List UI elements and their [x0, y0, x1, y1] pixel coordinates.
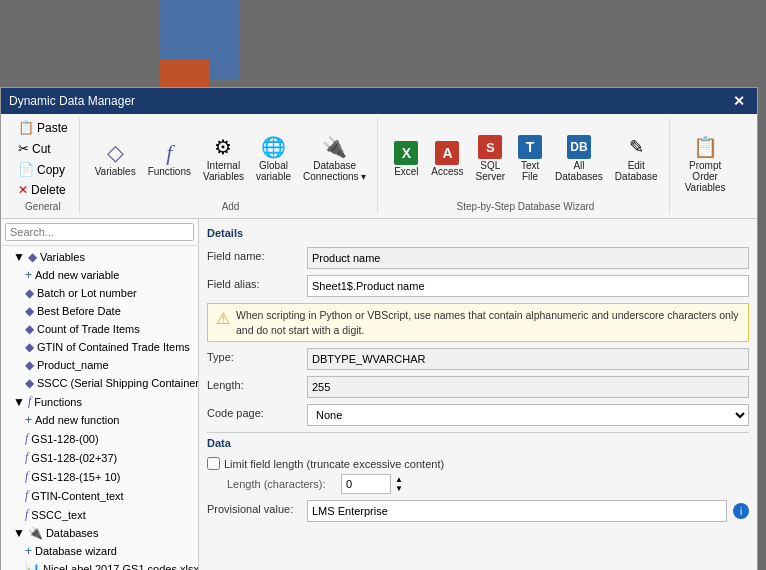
func-icon-3: f — [25, 469, 28, 484]
left-panel: ▼ ◆ Variables + Add new variable ◆ Batch… — [1, 219, 199, 570]
tree-batch-lot[interactable]: ◆ Batch or Lot number — [1, 284, 198, 302]
tree-gtin-contained[interactable]: ◆ GTIN of Contained Trade Items — [1, 338, 198, 356]
databases-expand-icon: ▼ — [13, 526, 25, 540]
functions-expand-icon: ▼ — [13, 395, 25, 409]
ribbon-group-general: 📋 Paste ✂ Cut 📄 Copy ✕ — [7, 118, 80, 214]
length-spinner-up[interactable]: ▲▼ — [395, 475, 403, 493]
access-label: Access — [431, 166, 463, 177]
search-input[interactable] — [5, 223, 194, 241]
batch-lot-label: Batch or Lot number — [37, 287, 137, 299]
var-icon-1: ◆ — [25, 286, 34, 300]
copy-button[interactable]: 📄 Copy — [13, 160, 73, 179]
gtin-content-label: GTIN-Content_text — [31, 490, 123, 502]
type-value — [307, 348, 749, 370]
prompt-order-variables-label: PromptOrderVariables — [685, 160, 726, 193]
length-label: Length: — [207, 376, 307, 391]
sql-server-button[interactable]: S SQLServer — [471, 132, 510, 185]
database-connections-button[interactable]: 🔌 DatabaseConnections ▾ — [298, 132, 371, 185]
type-label: Type: — [207, 348, 307, 363]
length-row: Length: — [207, 376, 749, 398]
ribbon-group-add: ◇ Variables f Functions ⚙ InternalVariab… — [84, 118, 379, 214]
add-variable-label: Add new variable — [35, 269, 119, 281]
edit-database-button[interactable]: ✎ EditDatabase — [610, 132, 663, 185]
close-button[interactable]: ✕ — [729, 93, 749, 109]
warning-icon: ⚠ — [216, 309, 230, 328]
limit-field-checkbox[interactable] — [207, 457, 220, 470]
data-section-header: Data — [207, 437, 749, 451]
func-icon-1: f — [25, 431, 28, 446]
code-page-select[interactable]: None — [307, 404, 749, 426]
internal-variables-button[interactable]: ⚙ InternalVariables — [198, 132, 249, 185]
functions-button[interactable]: f Functions — [143, 138, 196, 180]
tree-databases-root[interactable]: ▼ 🔌 Databases — [1, 524, 198, 542]
length-value — [307, 376, 749, 398]
field-name-input[interactable] — [307, 247, 749, 269]
type-input — [307, 348, 749, 370]
var-icon-3: ◆ — [25, 322, 34, 336]
length-chars-input[interactable] — [341, 474, 391, 494]
cut-button[interactable]: ✂ Cut — [13, 139, 73, 158]
provisional-value: i — [307, 500, 749, 522]
tree-product-name[interactable]: ◆ Product_name — [1, 356, 198, 374]
field-name-row: Field name: — [207, 247, 749, 269]
prompt-order-variables-button[interactable]: 📋 PromptOrderVariables — [680, 132, 731, 196]
gs1-00-label: GS1-128-(00) — [31, 433, 98, 445]
var-icon-4: ◆ — [25, 340, 34, 354]
prompt-order-variables-icon: 📋 — [693, 135, 717, 159]
text-file-button[interactable]: T TextFile — [512, 132, 548, 185]
tree-count-trade[interactable]: ◆ Count of Trade Items — [1, 320, 198, 338]
tree-functions-root[interactable]: ▼ f Functions — [1, 392, 198, 411]
add-items: ◇ Variables f Functions ⚙ InternalVariab… — [90, 118, 372, 199]
functions-root-label: Functions — [34, 396, 82, 408]
access-button[interactable]: A Access — [426, 138, 468, 180]
all-databases-button[interactable]: DB AllDatabases — [550, 132, 608, 185]
tree-db-wizard[interactable]: + Database wizard — [1, 542, 198, 560]
excel-button[interactable]: X Excel — [388, 138, 424, 180]
tree-variables-root[interactable]: ▼ ◆ Variables — [1, 248, 198, 266]
var-icon-6: ◆ — [25, 376, 34, 390]
tree-gs1-15-10[interactable]: f GS1-128-(15+ 10) — [1, 467, 198, 486]
copy-icon: 📄 — [18, 162, 34, 177]
code-page-label: Code page: — [207, 404, 307, 419]
functions-icon: f — [157, 141, 181, 165]
add-group-label: Add — [222, 201, 240, 214]
variables-icon: ◇ — [103, 141, 127, 165]
provisional-label: Provisional value: — [207, 500, 307, 515]
title-bar: Dynamic Data Manager ✕ — [1, 88, 757, 114]
tree-gs1-02-37[interactable]: f GS1-128-(02+37) — [1, 448, 198, 467]
ribbon-group-stepbystep: X Excel A Access S SQLServer T TextFile — [382, 118, 669, 214]
tree-sscc[interactable]: ◆ SSCC (Serial Shipping Container Code) — [1, 374, 198, 392]
length-input — [307, 376, 749, 398]
stepbystep-items: X Excel A Access S SQLServer T TextFile — [388, 118, 662, 199]
provisional-info-button[interactable]: i — [733, 503, 749, 519]
field-name-value — [307, 247, 749, 269]
field-name-label: Field name: — [207, 247, 307, 262]
provisional-input[interactable] — [307, 500, 727, 522]
tree-best-before[interactable]: ◆ Best Before Date — [1, 302, 198, 320]
var-icon-5: ◆ — [25, 358, 34, 372]
excel-icon: X — [394, 141, 418, 165]
tree-sscc-text[interactable]: f SSCC_text — [1, 505, 198, 524]
product-name-label: Product_name — [37, 359, 109, 371]
tree-nicelabel-file[interactable]: 📊 NiceLabel 2017 GS1 codes.xlsx — [1, 560, 198, 570]
provisional-row: Provisional value: i — [207, 500, 749, 522]
delete-button[interactable]: ✕ Delete — [13, 181, 73, 199]
variables-tree-icon: ◆ — [28, 250, 37, 264]
global-variable-icon: 🌐 — [261, 135, 285, 159]
paste-button[interactable]: 📋 Paste — [13, 118, 73, 137]
field-alias-label: Field alias: — [207, 275, 307, 290]
field-alias-input[interactable] — [307, 275, 749, 297]
tree-add-variable[interactable]: + Add new variable — [1, 266, 198, 284]
add-variable-icon: + — [25, 268, 32, 282]
prompt-items: 📋 PromptOrderVariables — [680, 118, 731, 210]
tree-gtin-content[interactable]: f GTIN-Content_text — [1, 486, 198, 505]
tree-add-function[interactable]: + Add new function — [1, 411, 198, 429]
add-function-icon: + — [25, 413, 32, 427]
databases-root-label: Databases — [46, 527, 99, 539]
general-group-label: General — [25, 201, 61, 214]
paste-icon: 📋 — [18, 120, 34, 135]
variables-button[interactable]: ◇ Variables — [90, 138, 141, 180]
limit-field-label[interactable]: Limit field length (truncate excessive c… — [224, 458, 444, 470]
global-variable-button[interactable]: 🌐 Globalvariable — [251, 132, 296, 185]
tree-gs1-00[interactable]: f GS1-128-(00) — [1, 429, 198, 448]
